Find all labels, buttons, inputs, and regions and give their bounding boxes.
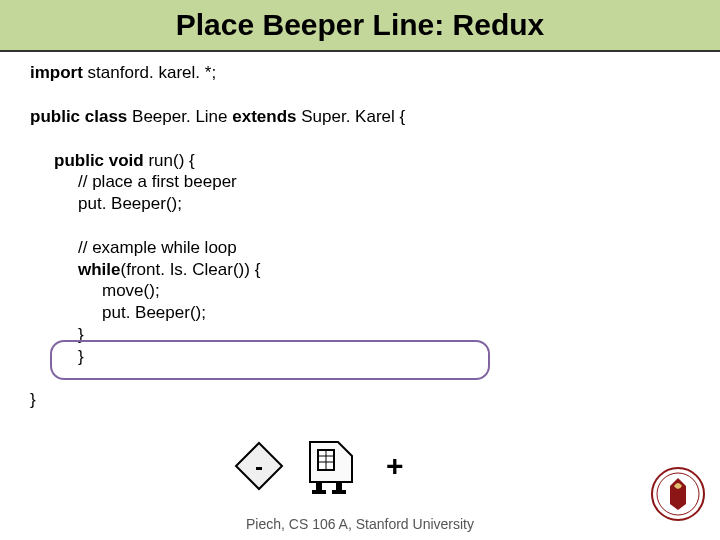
- keyword: public void: [54, 151, 144, 170]
- code-line: move();: [30, 280, 690, 302]
- code-line: public class Beeper. Line extends Super.…: [30, 106, 690, 128]
- code-comment: // example while loop: [78, 238, 237, 257]
- svg-rect-9: [312, 490, 326, 494]
- code-line: public void run() {: [30, 150, 690, 172]
- keyword: extends: [232, 107, 296, 126]
- keyword: public class: [30, 107, 127, 126]
- code-text: }: [78, 325, 84, 344]
- code-block: import stanford. karel. *; public class …: [0, 52, 720, 411]
- code-comment: // place a first beeper: [78, 172, 237, 191]
- code-text: Super. Karel {: [297, 107, 406, 126]
- code-text: stanford. karel. *;: [83, 63, 216, 82]
- plus-icon: +: [386, 449, 404, 483]
- code-line: import stanford. karel. *;: [30, 62, 690, 84]
- karel-icon: [304, 436, 358, 496]
- code-text: (front. Is. Clear()) {: [121, 260, 261, 279]
- code-line: }: [30, 324, 690, 346]
- code-line: }: [30, 389, 690, 411]
- code-line: // place a first beeper: [30, 171, 690, 193]
- footer-text: Piech, CS 106 A, Stanford University: [0, 516, 720, 532]
- code-line: put. Beeper();: [30, 193, 690, 215]
- code-line: while(front. Is. Clear()) {: [30, 259, 690, 281]
- code-line: }: [30, 346, 690, 368]
- beeper-icon: [232, 439, 286, 493]
- code-text: }: [78, 347, 84, 366]
- svg-rect-10: [332, 490, 346, 494]
- code-text: Beeper. Line: [127, 107, 232, 126]
- code-text: }: [30, 390, 36, 409]
- blank-line: [30, 128, 690, 150]
- figure-row: +: [232, 430, 472, 502]
- slide-title: Place Beeper Line: Redux: [176, 8, 544, 42]
- svg-rect-1: [256, 467, 262, 470]
- title-bar: Place Beeper Line: Redux: [0, 0, 720, 52]
- keyword: import: [30, 63, 83, 82]
- blank-line: [30, 215, 690, 237]
- code-text: run() {: [144, 151, 195, 170]
- code-text: put. Beeper();: [78, 194, 182, 213]
- keyword: while: [78, 260, 121, 279]
- code-line: // example while loop: [30, 237, 690, 259]
- code-text: move();: [102, 281, 160, 300]
- code-line: put. Beeper();: [30, 302, 690, 324]
- blank-line: [30, 367, 690, 389]
- stanford-seal-icon: [650, 466, 706, 522]
- code-text: put. Beeper();: [102, 303, 206, 322]
- blank-line: [30, 84, 690, 106]
- svg-marker-0: [236, 443, 282, 489]
